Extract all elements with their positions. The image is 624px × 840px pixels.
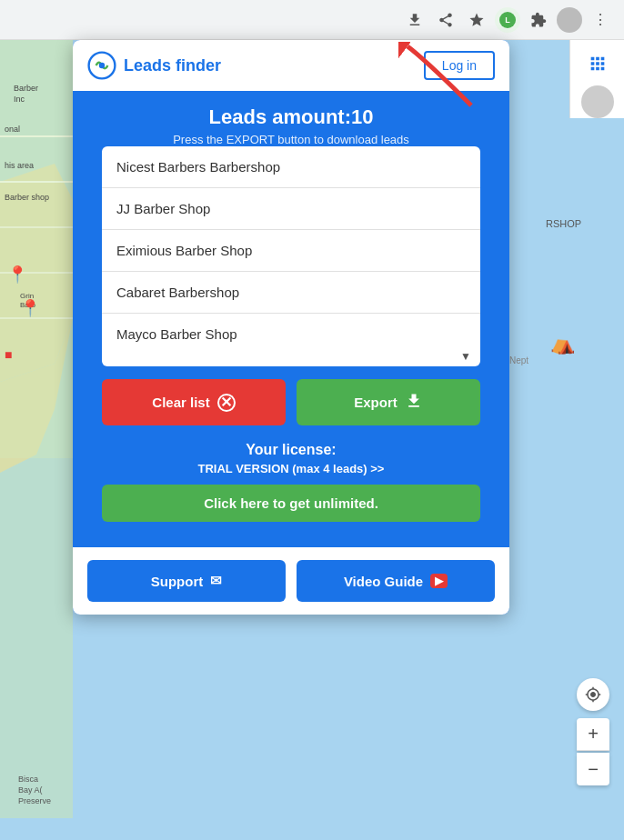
login-button[interactable]: Log in — [424, 51, 495, 80]
leads-list-container[interactable]: Nicest Barbers BarbershopJJ Barber ShopE… — [102, 146, 480, 346]
list-item[interactable]: Cabaret Barbershop — [102, 272, 480, 314]
map-label-barber-shop: Barber shop — [5, 193, 49, 202]
map-pin-3: ■ — [5, 347, 12, 362]
map-label-area: his area — [5, 161, 34, 170]
logo-icon — [87, 51, 116, 80]
video-guide-button[interactable]: Video Guide ▶ — [297, 560, 495, 602]
chrome-toolbar: L ⋮ — [0, 0, 624, 40]
map-pin-2: 📍 — [20, 298, 41, 318]
star-icon[interactable] — [464, 7, 489, 33]
play-icon: ▶ — [430, 574, 448, 588]
export-button[interactable]: Export — [297, 379, 480, 425]
video-guide-label: Video Guide — [344, 574, 423, 589]
logo-container: Leads finder — [87, 51, 221, 80]
map-label-barber1: Barber — [14, 84, 38, 93]
map-label-bisca: Bisca — [18, 775, 38, 784]
clear-list-label: Clear list — [152, 395, 209, 410]
map-label-rshop: RSHOP — [546, 218, 581, 229]
leads-section: Leads amount:10 Press the EXPORT button … — [73, 91, 509, 547]
map-label-nept: Nept — [509, 355, 528, 365]
popup-header: Leads finder Log in — [73, 40, 509, 91]
more-menu-icon[interactable]: ⋮ — [588, 7, 613, 33]
bottom-buttons-row: Support ✉ Video Guide ▶ — [73, 547, 509, 615]
leads-finder-ext-icon: L — [498, 11, 517, 29]
map-label-onal: onal — [5, 125, 20, 134]
email-icon: ✉ — [210, 573, 222, 589]
map-locate-button[interactable] — [577, 678, 609, 711]
scroll-chevron: ▼ — [102, 346, 480, 366]
extension-popup: Leads finder Log in Leads amount:10 Pres… — [73, 40, 509, 615]
puzzle-icon[interactable] — [526, 7, 551, 33]
map-label-bay: Bay A( — [18, 785, 43, 795]
list-item[interactable]: Mayco Barber Shop — [102, 314, 480, 346]
map-zoom-out-button[interactable]: − — [577, 753, 609, 785]
clear-circle-icon: ✕ — [217, 394, 236, 412]
list-item[interactable]: Eximious Barber Shop — [102, 230, 480, 272]
download-icon[interactable] — [402, 7, 428, 33]
export-download-icon — [405, 392, 423, 413]
leads-amount-label: Leads amount:10 — [87, 105, 495, 129]
map-nature-icon: ⛺ — [550, 331, 576, 355]
map-land-strip — [0, 40, 73, 818]
action-buttons-row: Clear list ✕ Export — [87, 366, 495, 438]
extension-icon[interactable]: L — [495, 7, 520, 33]
export-label: Export — [354, 395, 398, 410]
map-label-preserve: Preserve — [18, 796, 51, 805]
apps-grid-icon[interactable] — [581, 47, 614, 80]
support-label: Support — [151, 574, 204, 589]
chrome-sidebar — [569, 40, 624, 118]
map-zoom-in-button[interactable]: + — [577, 718, 609, 751]
leads-subtitle: Press the EXPORT button to download lead… — [87, 133, 495, 146]
share-icon[interactable] — [433, 7, 458, 33]
sidebar-avatar[interactable] — [581, 85, 614, 118]
license-title: Your license: — [102, 442, 480, 458]
license-sub: TRIAL VERSION (max 4 leads) >> — [102, 462, 480, 475]
unlimited-button[interactable]: Click here to get unlimited. — [102, 485, 480, 522]
license-section: Your license: TRIAL VERSION (max 4 leads… — [87, 438, 495, 533]
clear-list-button[interactable]: Clear list ✕ — [102, 379, 286, 425]
svg-text:L: L — [505, 15, 510, 25]
support-button[interactable]: Support ✉ — [87, 560, 286, 602]
map-pin-1: 📍 — [7, 265, 28, 285]
logo-text: Leads finder — [124, 56, 221, 75]
map-label-inc: Inc — [14, 95, 25, 104]
list-item[interactable]: JJ Barber Shop — [102, 188, 480, 230]
list-item[interactable]: Nicest Barbers Barbershop — [102, 146, 480, 188]
svg-point-4 — [99, 63, 105, 68]
user-avatar[interactable] — [557, 7, 582, 33]
map-controls: + − — [577, 678, 609, 785]
leads-list-box: Nicest Barbers BarbershopJJ Barber ShopE… — [102, 146, 480, 366]
